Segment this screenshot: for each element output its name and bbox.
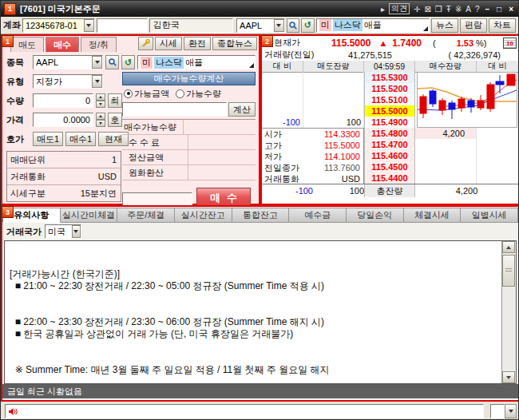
price-input[interactable] — [33, 113, 93, 127]
combined-news-button[interactable]: 종합뉴스 — [212, 37, 257, 50]
col-ask-qty: 매도잔량 — [303, 61, 364, 72]
plug-icon[interactable]: ✛ — [414, 5, 420, 14]
opinion-button[interactable]: 의견 — [389, 3, 410, 14]
font-icon[interactable]: A — [466, 5, 471, 14]
tab-sell[interactable]: 매도 — [10, 37, 44, 52]
sell1-button[interactable]: 매도1 — [33, 132, 63, 146]
calc-button[interactable]: 계산 — [228, 102, 256, 117]
depth-10-button[interactable]: 10 — [503, 38, 517, 49]
order-type-dropdown[interactable] — [92, 75, 102, 88]
settings-wrench-button[interactable] — [138, 37, 153, 50]
tab-fill-quote[interactable]: 체결시세 — [404, 208, 462, 223]
close-button[interactable]: × — [507, 5, 515, 14]
symbol-search-button[interactable] — [287, 18, 300, 33]
order-symbol-dropdown[interactable] — [92, 56, 102, 69]
exchange-button[interactable]: 환전 — [184, 37, 211, 50]
ask-price: 115.5100 — [364, 94, 415, 105]
country-value[interactable] — [46, 225, 72, 238]
quote-panel: 2 현재가 115.5000 ▲ 1.7400 ( 1.53 %) 10 거래량… — [260, 34, 519, 205]
ticker-select-combo[interactable] — [490, 404, 517, 418]
account-dropdown-button[interactable] — [84, 19, 94, 32]
account-owner-name: 김한국 — [149, 18, 233, 33]
symbol-combo[interactable] — [236, 18, 284, 33]
tab-daily-pnl[interactable]: 당일손익 — [347, 208, 404, 223]
maximize-button[interactable]: □ — [495, 5, 503, 14]
panel3-badge: 3 — [2, 206, 14, 218]
quantity-input[interactable] — [33, 93, 93, 108]
expand-icon[interactable]: ※ — [455, 5, 462, 14]
account-number-input[interactable] — [23, 19, 84, 32]
copy-window-icon[interactable]: ❐ — [435, 5, 442, 14]
scroll-down-button[interactable] — [502, 371, 515, 383]
ticker-dropdown-button[interactable] — [505, 404, 517, 418]
pin-icon[interactable]: Ŧ — [446, 5, 451, 14]
ask-qty: 100 — [303, 117, 364, 128]
currency-label: 거래통화 — [7, 171, 98, 183]
window-title: [7601] 미국기본주문 — [20, 3, 381, 15]
total-bid-qty: 4,200 — [415, 184, 518, 197]
price-stepper[interactable] — [96, 113, 105, 127]
tab-deposit[interactable]: 예수금 — [289, 208, 347, 223]
search-icon — [289, 22, 297, 30]
stock-name: 애플 — [364, 19, 382, 31]
order-symbol-search-button[interactable] — [105, 55, 119, 69]
tab-daily-quote[interactable]: 일별시세 — [461, 208, 518, 223]
account-password-input[interactable] — [97, 18, 148, 33]
notice-text: [거래가능시간 (한국기준)] ■ 21:00 ~ 22:30 장전거래 / 2… — [10, 244, 498, 384]
scroll-thumb[interactable] — [502, 255, 515, 287]
country-dropdown-button[interactable] — [72, 225, 81, 238]
max-quantity-button[interactable]: 최 — [108, 93, 122, 108]
col-diff-right: 대 비 — [477, 61, 518, 72]
bid-price: 115.4700 — [364, 139, 415, 150]
guide-button[interactable]: 편람 — [460, 18, 487, 33]
quantity-stepper[interactable] — [96, 93, 105, 108]
calc-result-table: 매수가능수량 수 수 료 정산금액 원화환산 — [122, 119, 256, 180]
ticker-bar — [1, 402, 519, 420]
order-info-table: 매매단위 1 거래통화 USD 시세구분 15분지연 — [6, 151, 121, 202]
open-value: 114.3300 — [324, 129, 363, 139]
resize-grip-icon — [249, 63, 254, 68]
order-symbol-input[interactable] — [34, 56, 92, 69]
radio-available-amount[interactable]: 가능금액 — [124, 88, 169, 100]
country-combo[interactable] — [45, 224, 81, 239]
calc-amount-input[interactable] — [122, 102, 227, 117]
symbol-dropdown-button[interactable] — [274, 19, 283, 32]
chart-button[interactable]: 차트 — [489, 18, 516, 33]
tab-modify-cancel[interactable]: 정/취 — [81, 37, 117, 52]
screenshot-icon[interactable]: ⊠ — [424, 5, 430, 14]
tab-realtime-unfilled[interactable]: 실시간미체결 — [61, 208, 118, 223]
current-price: 115.5000 — [331, 38, 370, 49]
radio-available-quantity[interactable]: 가능수량 — [176, 88, 221, 100]
quote-button[interactable]: 시세 — [155, 37, 182, 50]
tab-order-fill[interactable]: 주문/체결 — [117, 208, 175, 223]
order-refresh-icon[interactable]: ↺ — [121, 55, 135, 69]
col-diff-left: 대 비 — [262, 61, 303, 72]
buy1-button[interactable]: 매수1 — [65, 132, 96, 146]
scroll-up-button[interactable] — [502, 241, 515, 253]
tab-realtime-balance[interactable]: 실시간잔고 — [175, 208, 232, 223]
hoga-price-button[interactable]: 호 — [108, 113, 122, 127]
news-button[interactable]: 뉴스 — [431, 18, 458, 33]
minimize-button[interactable]: – — [484, 5, 492, 14]
price-label: 가격 — [6, 114, 30, 126]
tab-buy[interactable]: 매수 — [46, 37, 79, 52]
quantity-value[interactable] — [34, 96, 93, 105]
total-diff: -100 — [262, 184, 313, 197]
ask-price: 115.4900 — [364, 117, 415, 128]
account-label: 계좌 — [3, 19, 21, 31]
arrow-icon: ▸ — [381, 5, 385, 14]
prev-close-label: 전일종가 — [262, 162, 324, 174]
account-combo[interactable] — [22, 18, 95, 33]
country-label: 거래국가 — [6, 226, 42, 238]
scrollbar[interactable] — [501, 241, 516, 383]
current-price-cell: 115.5000 — [364, 105, 415, 117]
refresh-icon[interactable]: ↺ — [301, 18, 315, 33]
total-ask-qty: 100 — [313, 184, 364, 197]
price-value[interactable] — [34, 115, 93, 125]
symbol-code-input[interactable] — [237, 19, 274, 32]
order-symbol-combo[interactable] — [33, 55, 103, 69]
order-type-value[interactable] — [34, 75, 92, 88]
order-type-combo[interactable] — [33, 74, 103, 89]
help-icon[interactable]: ? — [475, 5, 480, 14]
tab-combined-balance[interactable]: 통합잔고 — [232, 208, 290, 223]
